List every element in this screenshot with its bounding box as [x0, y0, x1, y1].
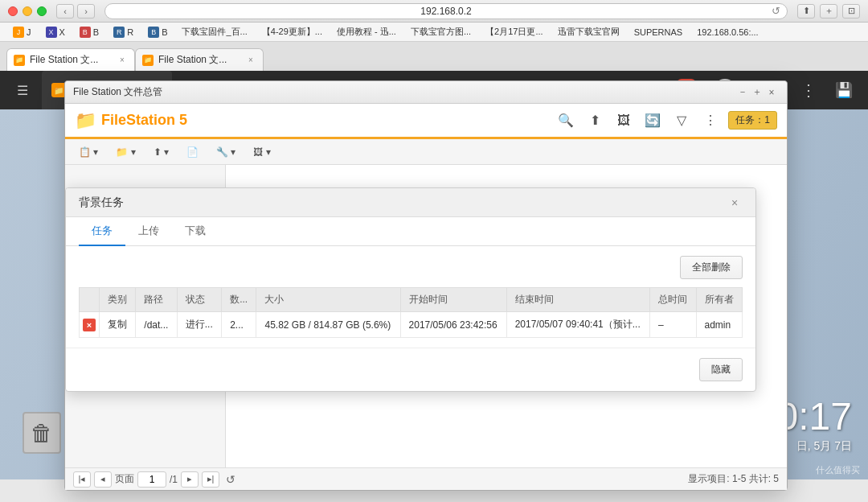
task-size: 45.82 GB / 814.87 GB (5.6%)	[256, 312, 400, 338]
fs-upload-icon[interactable]: ⬆	[583, 109, 606, 132]
maximize-button[interactable]	[37, 6, 47, 16]
sidebar-toggle-icon[interactable]: ⊡	[842, 4, 860, 19]
bookmark-item-0[interactable]: J J	[6, 25, 38, 39]
modal-body: 全部删除 类别 路径 状态 数... 大小 开始时间 结束时间	[66, 246, 755, 348]
last-page-button[interactable]: ▸|	[202, 471, 219, 488]
filestation-logo-text: FileStation 5	[101, 112, 187, 129]
first-page-button[interactable]: |◂	[73, 471, 91, 488]
fs-copy-btn[interactable]: 📋 ▾	[72, 143, 105, 161]
forward-button[interactable]: ›	[77, 4, 95, 19]
pagination-bar: |◂ ◂ 页面 /1 ▸ ▸| ↺ 显示项目: 1-5 共计: 5	[65, 467, 787, 490]
logo-text-station: Station 5	[126, 112, 187, 128]
bg-task-modal: 背景任务 × 任务 上传 下载 全部删除 类别	[65, 187, 756, 392]
bookmark-label-2: B	[93, 27, 99, 37]
modal-title: 背景任务	[79, 195, 727, 210]
bookmark-item-xunlei[interactable]: 迅雷下载宝官网	[551, 24, 626, 39]
task-total-time: –	[650, 312, 696, 338]
modal-tabs: 任务 上传 下载	[66, 217, 755, 246]
tab-favicon-1: 📁	[142, 55, 154, 66]
tab-close-0[interactable]: ×	[117, 55, 128, 66]
clear-all-button[interactable]: 全部删除	[680, 256, 743, 279]
more-options-button[interactable]: ⋮	[794, 76, 823, 105]
tab-label-0: File Station 文...	[30, 53, 112, 67]
bookmark-icon-4: B	[148, 27, 159, 38]
filestation-header-actions: 🔍 ⬆ 🖼 🔄 ▽ ⋮ 任务：1	[555, 109, 777, 132]
address-bar[interactable]: 192.168.0.2 ↺	[104, 3, 788, 19]
task-table: 类别 路径 状态 数... 大小 开始时间 结束时间 总时间 所有者	[79, 287, 743, 338]
bookmark-item-feb[interactable]: 【2月17日更...	[479, 24, 550, 39]
bookmark-item-update[interactable]: 【4-29更新】...	[256, 24, 329, 39]
storage-button[interactable]: 💾	[829, 76, 858, 105]
trash-icon[interactable]: 🗑	[23, 412, 61, 454]
task-error-indicator: ×	[80, 312, 100, 338]
modal-close-button[interactable]: ×	[727, 195, 743, 211]
hide-button[interactable]: 隐藏	[699, 358, 743, 381]
bookmark-item-3[interactable]: R R	[107, 25, 140, 39]
task-path: /dat...	[136, 312, 177, 338]
fs-file-btn[interactable]: 📄	[179, 143, 206, 161]
refresh-icon[interactable]: ↺	[772, 5, 780, 17]
bookmark-item-supernas[interactable]: SUPERNAS	[628, 26, 690, 39]
prev-page-button[interactable]: ◂	[94, 471, 112, 488]
hamburger-icon: ☰	[17, 83, 28, 98]
fs-view-btn[interactable]: 🖼 ▾	[246, 143, 277, 161]
fs-image-icon[interactable]: 🖼	[612, 109, 635, 132]
col-end-time: 结束时间	[506, 288, 649, 312]
bookmark-item-2[interactable]: B B	[73, 25, 105, 39]
task-badge[interactable]: 任务：1	[728, 111, 777, 130]
bookmark-item-4[interactable]: B B	[141, 25, 174, 39]
tab-close-1[interactable]: ×	[245, 55, 256, 66]
page-refresh-button[interactable]: ↺	[223, 471, 239, 488]
tab-favicon-0: 📁	[14, 55, 25, 66]
next-page-button[interactable]: ▸	[181, 471, 199, 488]
bookmark-item-bao[interactable]: 下载宝固件_百...	[175, 24, 253, 39]
modal-tab-tasks[interactable]: 任务	[79, 217, 125, 246]
pagination-info: 显示项目: 1-5 共计: 5	[688, 472, 779, 486]
tab-label-1: File Station 文...	[158, 53, 240, 67]
mac-toolbar-right: ⬆ ＋ ⊡	[797, 4, 860, 19]
trash-graphic: 🗑	[23, 412, 61, 454]
modal-tab-upload[interactable]: 上传	[125, 217, 172, 246]
close-button[interactable]	[8, 6, 18, 16]
add-tab-icon[interactable]: ＋	[820, 4, 837, 19]
bookmark-label-feb: 【2月17日更...	[485, 26, 543, 38]
modal-footer: 隐藏	[66, 348, 755, 391]
fs-maximize-button[interactable]: ＋	[750, 85, 764, 100]
col-count: 数...	[222, 288, 256, 312]
bookmark-label-ip: 192.168.0.56:...	[697, 27, 758, 37]
bookmark-item-tutorial[interactable]: 使用教程 - 迅...	[330, 24, 403, 39]
task-table-body: × 复制 /dat... 进行... 2... 45.82 GB / 814.8…	[80, 312, 743, 338]
back-button[interactable]: ‹	[56, 4, 74, 19]
bookmark-label-bao: 下载宝固件_百...	[182, 26, 247, 38]
fs-close-button[interactable]: ×	[764, 85, 779, 100]
bookmark-label-1: X	[59, 27, 65, 37]
browser-tab-1[interactable]: 📁 File Station 文... ×	[135, 48, 264, 71]
modal-tab-download[interactable]: 下载	[172, 217, 219, 246]
logo-text-file: File	[101, 112, 126, 128]
bookmark-item-1[interactable]: X X	[39, 25, 72, 39]
table-row: × 复制 /dat... 进行... 2... 45.82 GB / 814.8…	[80, 312, 743, 338]
page-label: 页面	[115, 472, 134, 486]
task-status: 进行...	[177, 312, 221, 338]
fs-tools-btn[interactable]: 🔧 ▾	[209, 143, 243, 161]
fs-refresh-icon[interactable]: 🔄	[641, 109, 664, 132]
share-icon[interactable]: ⬆	[797, 4, 815, 19]
mac-titlebar: ‹ › 192.168.0.2 ↺ ⬆ ＋ ⊡	[0, 0, 868, 23]
fs-more-icon[interactable]: ⋮	[699, 109, 722, 132]
bookmark-label-dl: 下载宝官方图...	[411, 26, 471, 38]
browser-tab-0[interactable]: 📁 File Station 文... ×	[6, 48, 135, 71]
fs-filter-icon[interactable]: ▽	[670, 109, 693, 132]
page-number-input[interactable]	[137, 471, 166, 488]
fs-folder-btn[interactable]: 📁 ▾	[108, 143, 142, 161]
minimize-button[interactable]	[23, 6, 32, 16]
col-category: 类别	[100, 288, 136, 312]
fs-upload-btn[interactable]: ⬆ ▾	[146, 143, 176, 161]
nas-menu-button[interactable]: ☰	[10, 77, 35, 103]
bookmark-item-dl[interactable]: 下载宝官方图...	[404, 24, 477, 39]
nav-buttons: ‹ ›	[56, 4, 95, 19]
modal-actions-row: 全部删除	[79, 256, 743, 279]
fs-minimize-button[interactable]: －	[735, 85, 750, 100]
fs-search-icon[interactable]: 🔍	[555, 109, 577, 132]
bookmark-icon-3: R	[113, 27, 125, 38]
bookmark-item-ip[interactable]: 192.168.0.56:...	[690, 26, 764, 39]
